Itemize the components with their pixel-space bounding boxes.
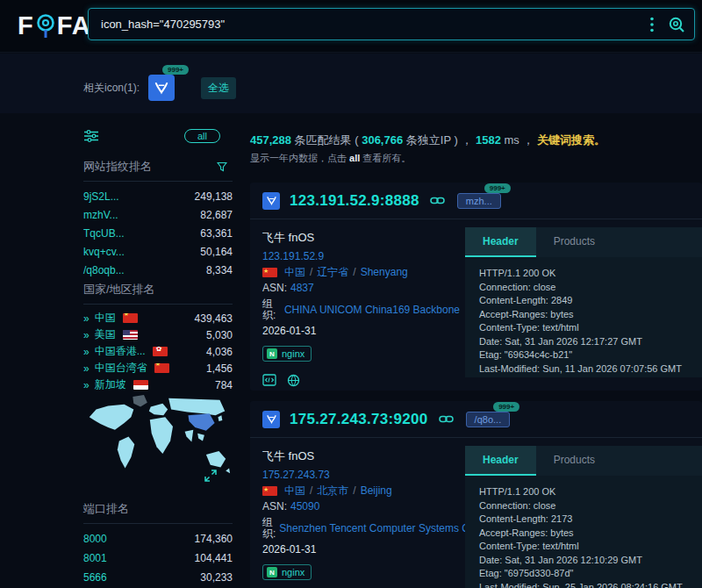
org-label: 组织:	[262, 517, 276, 540]
section-fingerprint-ranking: 网站指纹排名 9jS2L...249,138 mzhV...82,687 Tqc…	[83, 159, 233, 279]
http-headers: HTTP/1.1 200 OK Connection: close Conten…	[465, 257, 702, 377]
fingerprint-count: 63,361	[200, 227, 233, 240]
asn-label: ASN:	[262, 501, 287, 513]
server-tag-nginx[interactable]: Nnginx	[262, 564, 312, 580]
region-link[interactable]: 北京市	[317, 485, 348, 497]
fingerprint-section-title: 网站指纹排名	[83, 159, 152, 175]
tab-products[interactable]: Products	[536, 227, 612, 257]
port-link[interactable]: 8001	[83, 552, 107, 564]
country-row: »中国台湾省1,456	[83, 360, 233, 376]
search-icon[interactable]	[664, 12, 689, 37]
tab-header[interactable]: Header	[465, 446, 536, 476]
port-link[interactable]: 5666	[83, 571, 107, 584]
fnos-bull-icon	[154, 80, 169, 96]
country-row: »中国439,463	[83, 310, 233, 326]
fofa-logo[interactable]: F FA	[18, 11, 91, 40]
tab-header[interactable]: Header	[465, 227, 536, 257]
stats-note: 显示一年内数据，点击 all 查看所有。	[250, 152, 411, 165]
fingerprint-count: 8,334	[206, 264, 233, 276]
result-host-link[interactable]: 123.191.52.9	[262, 251, 324, 262]
country-link[interactable]: 中国	[284, 267, 305, 278]
tab-products[interactable]: Products	[536, 446, 612, 476]
country-link[interactable]: 中国	[95, 311, 116, 326]
result-title: 飞牛 fnOS	[262, 230, 460, 246]
result-ip-port-link[interactable]: 175.27.243.73:9200	[290, 411, 428, 428]
fingerprint-link[interactable]: mzhV...	[83, 209, 118, 221]
logo-text-f: F	[18, 11, 34, 40]
asn-link[interactable]: 45090	[290, 501, 319, 513]
country-row: »美国5,030	[83, 326, 233, 343]
result-tag-chip[interactable]: /q8o...999+	[466, 412, 511, 427]
flag-china-icon	[262, 486, 277, 496]
map-expand-icon[interactable]	[204, 470, 217, 485]
top-bar: F FA	[0, 0, 702, 53]
globe-icon[interactable]	[287, 374, 300, 387]
flag-taiwan-icon	[154, 363, 169, 373]
all-filter-pill[interactable]: all	[184, 129, 220, 143]
response-panel: Header Products HTTP/1.1 200 OK Connecti…	[465, 446, 702, 588]
result-host-link[interactable]: 175.27.243.73	[262, 470, 330, 481]
keyword-search-link[interactable]: 关键词搜索。	[537, 133, 605, 147]
result-date: 2026-01-31	[262, 544, 460, 556]
country-link[interactable]: 美国	[95, 327, 116, 342]
result-favicon[interactable]	[262, 192, 280, 210]
link-chain-icon[interactable]	[430, 196, 445, 205]
fingerprint-row: TqcUB...63,361	[83, 224, 233, 242]
search-input[interactable]	[89, 18, 640, 31]
select-all-button[interactable]: 全选	[201, 77, 236, 99]
fingerprint-link[interactable]: 9jS2L...	[83, 190, 119, 203]
flag-china-icon	[262, 268, 277, 277]
country-link[interactable]: 中国香港...	[95, 344, 146, 359]
search-box	[88, 8, 695, 40]
kebab-menu-icon[interactable]	[640, 12, 664, 37]
map-china-highlight	[188, 413, 214, 430]
count-badge: 999+	[493, 402, 519, 412]
related-icon-band: 相关icon(1): 999+ 全选	[0, 54, 702, 113]
result-ip-port-link[interactable]: 123.191.52.9:8888	[290, 192, 419, 210]
link-chain-icon[interactable]	[439, 414, 454, 424]
query-time: 1582	[476, 133, 501, 147]
source-code-icon[interactable]	[262, 374, 276, 387]
country-link[interactable]: 中国台湾省	[95, 361, 147, 376]
fingerprint-link[interactable]: kvq+cv...	[83, 246, 125, 258]
all-link[interactable]: all	[349, 153, 360, 163]
fingerprint-row: mzhV...82,687	[83, 205, 233, 224]
result-details: 飞牛 fnOS 175.27.243.73 中国/ 北京市/ Beijing A…	[262, 448, 460, 588]
chevron-right-icon[interactable]: »	[83, 362, 90, 375]
country-count: 5,030	[206, 329, 233, 341]
city-link[interactable]: Shenyang	[361, 267, 408, 278]
port-section-title: 端口排名	[83, 501, 129, 517]
fingerprint-link[interactable]: /q8oqb...	[83, 264, 125, 276]
map-greenland	[133, 395, 147, 407]
response-panel: Header Products HTTP/1.1 200 OK Connecti…	[465, 227, 702, 377]
port-link[interactable]: 8000	[83, 533, 107, 545]
stats-line: 457,288 条匹配结果 ( 306,766 条独立IP ) ， 1582 m…	[250, 133, 605, 148]
port-count: 174,360	[195, 533, 233, 545]
city-link[interactable]: Beijing	[361, 485, 392, 497]
country-count: 439,463	[195, 312, 233, 325]
region-link[interactable]: 辽宁省	[317, 267, 348, 278]
filter-sliders-icon[interactable]	[83, 129, 99, 143]
result-card: 175.27.243.73:9200 /q8o...999+ 飞牛 fnOS 1…	[250, 401, 702, 588]
related-favicon[interactable]: 999+	[148, 75, 175, 101]
result-details: 飞牛 fnOS 123.191.52.9 中国/ 辽宁省/ Shenyang A…	[262, 230, 460, 387]
country-link[interactable]: 中国	[284, 485, 305, 497]
fingerprint-count: 50,164	[200, 246, 233, 258]
chevron-right-icon[interactable]: »	[83, 346, 90, 358]
port-row: 8000174,360	[83, 529, 233, 549]
result-favicon[interactable]	[262, 411, 280, 428]
result-tag-chip[interactable]: mzh...999+	[457, 193, 501, 209]
chevron-right-icon[interactable]: »	[83, 312, 90, 325]
port-row: 566630,233	[83, 568, 233, 587]
asn-link[interactable]: 4837	[290, 283, 314, 294]
org-label: 组织:	[262, 298, 281, 321]
fingerprint-row: 9jS2L...249,138	[83, 187, 233, 205]
server-tag-nginx[interactable]: Nnginx	[262, 346, 312, 362]
chevron-right-icon[interactable]: »	[83, 329, 90, 341]
fingerprint-link[interactable]: TqcUB...	[83, 227, 125, 240]
asn-label: ASN:	[262, 283, 287, 294]
section-port-ranking: 端口排名 8000174,360 8001104,441 566630,233 …	[83, 501, 233, 588]
org-link[interactable]: CHINA UNICOM China169 Backbone	[284, 305, 460, 316]
country-row: »中国香港...4,036	[83, 343, 233, 360]
funnel-filter-icon[interactable]	[217, 161, 227, 172]
